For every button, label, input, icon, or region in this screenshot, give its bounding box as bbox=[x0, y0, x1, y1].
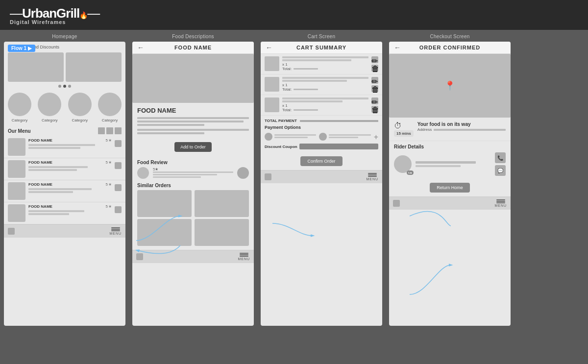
pay-option-1-row bbox=[265, 133, 316, 141]
rider-call-btn[interactable]: 📞 bbox=[495, 152, 506, 163]
similar-item-3[interactable] bbox=[137, 219, 192, 246]
confirm-order-button[interactable]: Confirm Order bbox=[300, 156, 342, 166]
flow-label[interactable]: Flow 1 ▶ bbox=[8, 45, 35, 52]
flow-label-text: Flow 1 bbox=[11, 46, 26, 51]
nav-icon-3[interactable] bbox=[265, 173, 271, 180]
similar-item-4[interactable] bbox=[195, 219, 249, 246]
menu-nav-label-4: MENU bbox=[494, 204, 507, 207]
banner-2 bbox=[66, 52, 122, 82]
dot-1 bbox=[58, 85, 61, 88]
add-to-order-button[interactable]: Add to Order bbox=[174, 142, 212, 152]
category-2-label: Category bbox=[42, 118, 57, 122]
food-name-3: FOOD NAME bbox=[28, 182, 103, 187]
back-arrow-2[interactable]: ← bbox=[137, 44, 145, 51]
food-desc-content: FOOD NAME Add to Order bbox=[132, 103, 254, 250]
screen-1-frame: Promotions and Discounts Category bbox=[4, 42, 125, 326]
nav-icon-1[interactable] bbox=[8, 228, 15, 235]
screen-4-title: ORDER CONFIRMED bbox=[419, 45, 480, 50]
menu-nav-label-1: MENU bbox=[109, 232, 122, 235]
add-btn-1[interactable] bbox=[115, 140, 122, 147]
category-3[interactable]: Category bbox=[68, 93, 92, 122]
cart-delete-btn-2[interactable]: 🗑 bbox=[371, 85, 378, 92]
nav-icon-4[interactable] bbox=[393, 200, 400, 207]
dot-2 bbox=[63, 85, 66, 88]
bottom-nav-4: MENU bbox=[389, 196, 511, 210]
food-rating-4: 5★ bbox=[106, 204, 112, 209]
food-item-3[interactable]: FOOD NAME 5★ bbox=[4, 180, 125, 202]
total-payment-row: TOTAL PAYMENT bbox=[265, 119, 378, 123]
review-row: 5★ bbox=[137, 167, 249, 179]
food-info-4: FOOD NAME bbox=[28, 204, 103, 216]
menu-header: Our Menu bbox=[4, 124, 125, 136]
food-line-3b bbox=[28, 191, 73, 193]
menu-line4-3 bbox=[496, 202, 505, 203]
menu-line-3 bbox=[111, 230, 120, 231]
banner-1 bbox=[8, 52, 64, 82]
screen-4-label: Checkout Screen bbox=[430, 34, 469, 39]
menu-nav-4[interactable]: MENU bbox=[494, 199, 507, 207]
add-btn-2[interactable] bbox=[115, 162, 122, 169]
clock-icon: ⏱ bbox=[394, 121, 414, 130]
screen-2-title: FOOD NAME bbox=[174, 45, 212, 50]
food-item-1[interactable]: FOOD NAME 5★ bbox=[4, 136, 125, 158]
cart-total-2: Total: bbox=[282, 87, 368, 92]
cart-item-qty-3: x 1 bbox=[282, 103, 368, 108]
add-btn-4[interactable] bbox=[115, 206, 122, 213]
cart-edit-btn-1[interactable]: ✏ bbox=[371, 56, 378, 63]
filter-icon-3[interactable] bbox=[115, 127, 122, 134]
return-home-button[interactable]: Return Home bbox=[430, 183, 470, 193]
menu-nav-3[interactable]: MENU bbox=[366, 173, 378, 181]
filter-icon-1[interactable] bbox=[98, 127, 105, 134]
cart-item-1: x 1 Total: ✏ 🗑 bbox=[261, 54, 382, 74]
category-2[interactable]: Category bbox=[38, 93, 61, 122]
food-line-1b bbox=[28, 147, 80, 149]
pay-line-2b bbox=[329, 137, 358, 138]
rider-info bbox=[416, 161, 491, 167]
similar-orders-title: Similar Orders bbox=[137, 183, 249, 188]
back-arrow-4[interactable]: ← bbox=[394, 44, 401, 51]
add-btn-3[interactable] bbox=[115, 184, 122, 191]
pay-line-1b bbox=[274, 137, 308, 138]
menu-nav-1[interactable]: MENU bbox=[109, 227, 122, 235]
cart-delete-btn-1[interactable]: 🗑 bbox=[371, 65, 378, 72]
similar-item-2[interactable] bbox=[195, 190, 249, 217]
food-info-3: FOOD NAME bbox=[28, 182, 103, 194]
review-line-3 bbox=[153, 176, 201, 178]
cart-item-2: x 1 Total: ✏ 🗑 bbox=[261, 74, 382, 95]
menu-line-1 bbox=[111, 227, 120, 228]
pay-option-2-row bbox=[319, 133, 370, 141]
cart-edit-btn-2[interactable]: ✏ bbox=[371, 77, 378, 84]
cart-thumb-1 bbox=[265, 56, 279, 71]
food-item-2[interactable]: FOOD NAME 5★ bbox=[4, 158, 125, 180]
food-item-4[interactable]: FOOD NAME 5★ bbox=[4, 202, 125, 224]
menu-nav-2[interactable]: MENU bbox=[238, 253, 250, 261]
filter-icon-2[interactable] bbox=[106, 127, 113, 134]
coupon-input[interactable] bbox=[299, 144, 378, 149]
food-line-4a bbox=[28, 210, 84, 212]
cart-total-label-1: Total: bbox=[282, 67, 292, 71]
similar-item-1[interactable] bbox=[137, 190, 192, 217]
similar-orders-row bbox=[137, 190, 249, 217]
food-line-4b bbox=[28, 213, 69, 215]
screen-food-desc: Food Descriptions ← FOOD NAME FOOD NAME bbox=[132, 34, 254, 326]
food-line-1a bbox=[28, 144, 95, 146]
cart-edit-btn-3[interactable]: ✏ bbox=[371, 97, 378, 104]
cart-edit-btns-1: ✏ 🗑 bbox=[371, 56, 378, 72]
rider-rating: 5★ bbox=[407, 170, 414, 175]
desc-line-3 bbox=[137, 124, 204, 126]
back-arrow-3[interactable]: ← bbox=[266, 44, 273, 51]
rider-msg-btn[interactable]: 💬 bbox=[495, 165, 506, 176]
review-content-1: 5★ bbox=[153, 167, 233, 179]
cart-delete-btn-3[interactable]: 🗑 bbox=[371, 106, 378, 113]
nav-icon-2[interactable] bbox=[136, 253, 143, 260]
category-1[interactable]: Category bbox=[8, 93, 31, 122]
food-line-2b bbox=[28, 169, 77, 171]
food-lines-3 bbox=[28, 188, 103, 193]
category-4[interactable]: Category bbox=[98, 93, 122, 122]
cart-item-line-3b bbox=[282, 100, 343, 102]
reviewer-avatar-1 bbox=[137, 167, 149, 179]
pay-circle-1[interactable] bbox=[265, 133, 272, 141]
pay-circle-2[interactable] bbox=[319, 133, 327, 141]
add-payment-icon[interactable]: + bbox=[374, 133, 378, 142]
cart-item-3: x 1 Total: ✏ 🗑 bbox=[261, 95, 382, 116]
